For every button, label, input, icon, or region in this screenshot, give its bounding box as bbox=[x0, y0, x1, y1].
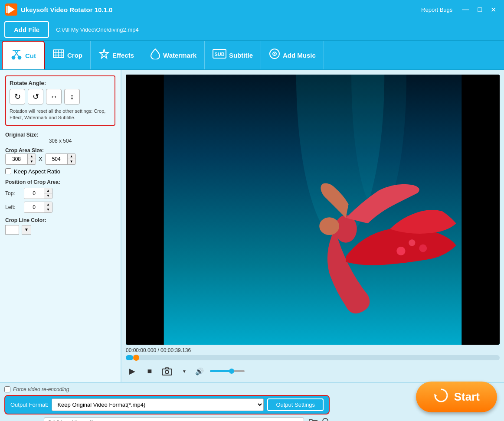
report-bugs-link[interactable]: Report Bugs bbox=[421, 7, 452, 13]
top-input[interactable] bbox=[24, 188, 44, 199]
svg-point-24 bbox=[409, 239, 415, 246]
volume-icon: 🔊 bbox=[195, 367, 204, 375]
title-bar: Ukeysoft Video Rotator 10.1.0 Report Bug… bbox=[0, 0, 504, 19]
crop-height-down[interactable]: ▼ bbox=[68, 159, 75, 164]
tab-effects[interactable]: Effects bbox=[91, 41, 142, 69]
output-settings-button[interactable]: Output Settings bbox=[267, 398, 324, 411]
close-button[interactable]: ✕ bbox=[488, 5, 499, 15]
progress-bar[interactable] bbox=[126, 355, 500, 360]
rotate-ccw-button[interactable]: ↺ bbox=[28, 89, 43, 104]
tab-subtitle[interactable]: SUB Subtitle bbox=[205, 41, 261, 69]
crop-width-down[interactable]: ▼ bbox=[28, 159, 36, 164]
video-content-svg bbox=[126, 75, 500, 345]
svg-rect-27 bbox=[126, 75, 164, 345]
keep-aspect-ratio-label: Keep Aspect Ratio bbox=[14, 168, 60, 175]
top-position-row: Top: ▲ ▼ bbox=[5, 188, 115, 199]
maximize-button[interactable]: □ bbox=[475, 5, 484, 15]
crop-line-color-label: Crop Line Color: bbox=[5, 217, 115, 223]
original-size-value: 308 x 504 bbox=[5, 138, 115, 144]
addmusic-icon bbox=[269, 48, 280, 62]
color-box[interactable] bbox=[5, 225, 19, 235]
crop-height-up[interactable]: ▲ bbox=[68, 154, 75, 159]
cut-icon bbox=[10, 48, 23, 63]
title-bar-right: Report Bugs — □ ✕ bbox=[421, 5, 499, 15]
video-container bbox=[126, 75, 500, 345]
stop-button[interactable]: ■ bbox=[143, 365, 156, 378]
main-content: Rotate Angle: ↻ ↺ ↔ ↕ Rotation will rese… bbox=[0, 70, 504, 382]
screenshot-dropdown[interactable]: ▼ bbox=[178, 365, 191, 378]
search-folder-button[interactable] bbox=[321, 417, 332, 421]
crop-height-input[interactable] bbox=[46, 154, 67, 164]
crop-width-up[interactable]: ▲ bbox=[28, 154, 36, 159]
top-down[interactable]: ▼ bbox=[44, 193, 52, 199]
output-format-select[interactable]: Keep Original Video Format(*.mp4) bbox=[52, 398, 264, 411]
time-display: 00:00:00.000 / 00:00:39.136 bbox=[126, 347, 500, 353]
crop-width-input[interactable] bbox=[6, 154, 27, 164]
camera-icon bbox=[162, 367, 172, 375]
file-path: C:\All My Video\One\diving2.mp4 bbox=[56, 26, 139, 33]
tab-crop-label: Crop bbox=[67, 52, 82, 59]
rotate-buttons: ↻ ↺ ↔ ↕ bbox=[10, 89, 111, 104]
tab-addmusic[interactable]: Add Music bbox=[261, 41, 324, 69]
title-bar-left: Ukeysoft Video Rotator 10.1.0 bbox=[5, 3, 112, 16]
left-position-row: Left: ▲ ▼ bbox=[5, 202, 115, 213]
tab-cut[interactable]: Cut bbox=[2, 41, 45, 69]
tab-watermark[interactable]: Watermark bbox=[142, 41, 205, 69]
minimize-button[interactable]: — bbox=[459, 5, 471, 15]
crop-width-arrows: ▲ ▼ bbox=[27, 154, 36, 164]
output-folder-label: Output Folder: bbox=[4, 420, 40, 421]
left-up[interactable]: ▲ bbox=[44, 202, 52, 207]
tab-addmusic-label: Add Music bbox=[283, 52, 316, 59]
tab-cut-label: Cut bbox=[25, 52, 36, 59]
crop-area-label: Crop Area Size: bbox=[5, 147, 115, 153]
player-controls: ▶ ■ ▼ 🔊 bbox=[126, 365, 500, 378]
rotate-angle-label: Rotate Angle: bbox=[10, 80, 111, 86]
folder-icons bbox=[308, 417, 332, 421]
progress-handle[interactable] bbox=[133, 355, 139, 361]
start-button[interactable]: Start bbox=[416, 382, 497, 412]
toolbar: Add File C:\All My Video\One\diving2.mp4 bbox=[0, 19, 504, 41]
left-input[interactable] bbox=[24, 202, 44, 212]
x-separator: X bbox=[39, 156, 43, 162]
rotate-cw-button[interactable]: ↻ bbox=[10, 89, 25, 104]
top-up[interactable]: ▲ bbox=[44, 188, 52, 193]
rotate-warning: Rotation will reset all the other settin… bbox=[10, 108, 111, 121]
volume-fill bbox=[210, 370, 231, 372]
position-label: Position of Crop Area: bbox=[5, 179, 115, 185]
original-size-row: Original Size: 308 x 504 bbox=[5, 132, 115, 144]
right-panel: 00:00:00.000 / 00:00:39.136 ▶ ■ ▼ 🔊 bbox=[121, 70, 504, 382]
left-panel: Rotate Angle: ↻ ↺ ↔ ↕ Rotation will rese… bbox=[0, 70, 121, 382]
play-button[interactable]: ▶ bbox=[126, 365, 139, 378]
output-folder-row: Output Folder: bbox=[4, 417, 500, 421]
video-placeholder bbox=[126, 75, 500, 345]
left-down[interactable]: ▼ bbox=[44, 207, 52, 212]
flip-horizontal-button[interactable]: ↔ bbox=[46, 89, 62, 104]
volume-handle[interactable] bbox=[229, 369, 234, 374]
tab-crop[interactable]: Crop bbox=[45, 41, 91, 69]
folder-icon bbox=[308, 418, 318, 421]
browse-folder-button[interactable] bbox=[308, 417, 319, 421]
output-folder-input[interactable] bbox=[44, 418, 304, 421]
add-file-button[interactable]: Add File bbox=[4, 21, 49, 38]
svg-rect-28 bbox=[461, 75, 500, 345]
flip-vertical-button[interactable]: ↕ bbox=[64, 89, 80, 104]
svg-text:SUB: SUB bbox=[214, 52, 224, 57]
crop-area-size-row: Crop Area Size: ▲ ▼ X ▲ ▼ bbox=[5, 147, 115, 165]
left-label: Left: bbox=[5, 204, 20, 210]
force-reencode-checkbox[interactable] bbox=[4, 386, 10, 392]
rotate-section: Rotate Angle: ↻ ↺ ↔ ↕ Rotation will rese… bbox=[5, 75, 115, 126]
bottom-bar: Force video re-encoding Output Format: K… bbox=[0, 382, 504, 421]
volume-slider[interactable] bbox=[210, 370, 245, 372]
crop-icon bbox=[52, 49, 65, 61]
keep-aspect-ratio-checkbox[interactable] bbox=[5, 168, 11, 174]
start-icon bbox=[433, 388, 449, 406]
output-format-row: Output Format: Keep Original Video Forma… bbox=[4, 395, 330, 414]
screenshot-button[interactable] bbox=[160, 365, 173, 378]
top-label: Top: bbox=[5, 190, 20, 196]
svg-point-26 bbox=[319, 217, 339, 235]
color-dropdown[interactable]: ▼ bbox=[22, 225, 31, 235]
tab-bar: Cut Crop Effects bbox=[0, 41, 504, 70]
app-title: Ukeysoft Video Rotator 10.1.0 bbox=[21, 6, 112, 13]
svg-point-30 bbox=[165, 370, 169, 374]
crop-height-spinbox: ▲ ▼ bbox=[45, 153, 76, 165]
